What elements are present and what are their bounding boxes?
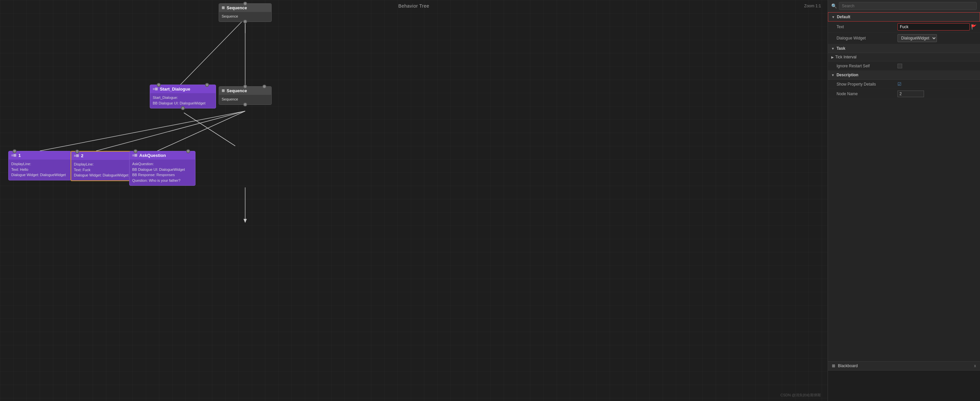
dialogue-widget-value: DialogueWidget (897, 34, 977, 42)
show-property-details-row: Show Property Details ☑ (828, 80, 980, 89)
mid-sequence-top-connector (243, 85, 247, 89)
start-dialogue-node[interactable]: ≡⊞ Start_Dialogue Start_Dialogue: BB Dia… (150, 85, 216, 109)
attribution: CSDN @消失的哈斯绑斯 (781, 393, 821, 398)
search-input[interactable] (839, 2, 977, 10)
ignore-restart-label: Ignore Restart Self (831, 64, 897, 68)
default-arrow: ▼ (832, 15, 835, 19)
svg-marker-8 (243, 219, 247, 223)
sequence-icon-mid: ⊞ (222, 89, 224, 93)
svg-line-5 (184, 113, 235, 146)
askquestion-right-connector (186, 149, 190, 153)
search-icon: 🔍 (831, 3, 837, 9)
node-name-value (897, 91, 977, 97)
node-1[interactable]: ≡⊞ 1 DisplayLine: Text: Hello Dialogue W… (8, 151, 71, 181)
svg-line-2 (40, 111, 245, 151)
task-icon-aq: ≡⊞ (132, 153, 137, 158)
text-value: 🚩 (897, 23, 977, 30)
section-description-header[interactable]: ▼ Description (828, 71, 980, 80)
svg-line-4 (158, 111, 245, 151)
canvas-title: Behavior Tree (398, 3, 430, 9)
askquestion-header: ≡⊞ AskQuestion (130, 151, 195, 160)
section-default-header[interactable]: ▼ Default (828, 12, 980, 22)
text-label: Text (831, 24, 897, 29)
node2-body: DisplayLine: Text: Fuck Dialogue Widget:… (71, 160, 133, 181)
node-name-input[interactable] (897, 91, 924, 97)
search-bar: 🔍 (828, 0, 980, 12)
show-property-details-value: ☑ (897, 81, 977, 86)
node1-top-connector (13, 149, 17, 153)
node-name-row: Node Name (828, 89, 980, 99)
tick-interval-label: Tick Interval (835, 55, 856, 59)
right-panel: 🔍 ▼ Default Text 🚩 Dialogue Widget Dialo… (827, 0, 980, 401)
description-arrow: ▼ (831, 73, 835, 77)
show-property-details-label: Show Property Details (831, 82, 897, 86)
svg-line-3 (96, 111, 245, 151)
blackboard-close-button[interactable]: x (974, 364, 976, 368)
blackboard-icon: ⊞ (832, 364, 835, 368)
text-property-row: Text 🚩 (828, 22, 980, 32)
task-icon-2: ≡⊞ (74, 153, 79, 158)
node-2[interactable]: ≡⊞ 2 DisplayLine: Text: Fuck Dialogue Wi… (70, 151, 134, 181)
askquestion-body: AskQuestion: BB Dialogue UI: DialogueWid… (130, 160, 195, 185)
node2-header: ≡⊞ 2 (71, 152, 133, 160)
blackboard-content (828, 371, 980, 401)
mid-sequence-node[interactable]: ⊞ Sequence Sequence (219, 86, 272, 105)
behavior-tree-canvas[interactable]: Behavior Tree Zoom 1:1 ⊞ Sequence Sequen… (0, 0, 827, 401)
dialogue-widget-label: Dialogue Widget (831, 36, 897, 40)
show-property-details-checkbox[interactable]: ☑ (897, 81, 902, 86)
properties-panel: ▼ Default Text 🚩 Dialogue Widget Dialogu… (828, 12, 980, 361)
default-section-label: Default (837, 14, 850, 19)
askquestion-top-connector (134, 149, 137, 153)
dialogue-widget-select[interactable]: DialogueWidget (897, 34, 937, 42)
mid-sequence-bottom-connector (243, 102, 247, 107)
top-bar: Behavior Tree Zoom 1:1 (0, 0, 827, 12)
node1-body: DisplayLine: Text: Hello Dialogue Widget… (9, 160, 71, 180)
task-arrow: ▼ (831, 47, 835, 50)
node2-top-connector (75, 150, 79, 153)
zoom-indicator: Zoom 1:1 (804, 4, 821, 8)
start-dialogue-top-connector (157, 83, 161, 87)
description-section-label: Description (837, 73, 858, 77)
tick-interval-arrow: ▶ (831, 55, 834, 59)
mid-sequence-right-connector (262, 85, 266, 89)
task-section-label: Task (837, 46, 845, 51)
ignore-restart-value (897, 64, 977, 68)
flag-icon: 🚩 (971, 24, 977, 30)
tick-interval-header[interactable]: ▶ Tick Interval (828, 53, 980, 61)
task-icon-1: ≡⊞ (11, 153, 16, 158)
ask-question-node[interactable]: ≡⊞ AskQuestion AskQuestion: BB Dialogue … (129, 151, 196, 186)
start-dialogue-right-connector (205, 83, 209, 87)
node-name-label: Node Name (831, 91, 897, 96)
text-input[interactable] (897, 23, 970, 30)
blackboard-tab[interactable]: ⊞ Blackboard x (828, 361, 980, 371)
section-task-header[interactable]: ▼ Task (828, 44, 980, 53)
blackboard-label: Blackboard (838, 364, 858, 368)
ignore-restart-checkbox[interactable] (897, 64, 902, 68)
task-icon-sd: ≡⊞ (153, 87, 158, 91)
svg-line-0 (179, 18, 245, 86)
root-sequence-bottom-connector (243, 19, 247, 24)
blackboard-panel: ⊞ Blackboard x (828, 361, 980, 401)
connections-svg (0, 0, 827, 401)
ignore-restart-row: Ignore Restart Self (828, 61, 980, 71)
dialogue-widget-row: Dialogue Widget DialogueWidget (828, 32, 980, 44)
start-dialogue-bottom-connector (181, 106, 185, 110)
node1-header: ≡⊞ 1 (9, 151, 71, 160)
